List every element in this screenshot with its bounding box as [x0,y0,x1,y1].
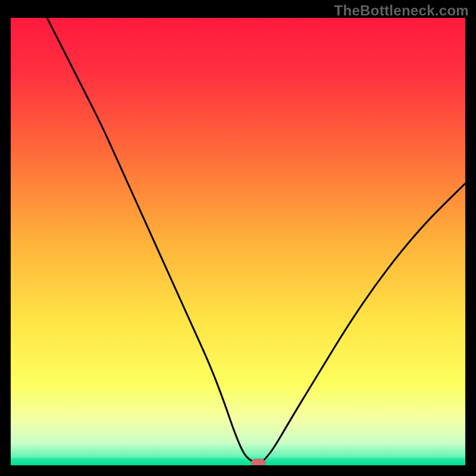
chart-frame: TheBottleneck.com [0,0,476,476]
plot-area [11,18,465,465]
optimal-point-marker [251,459,265,465]
bottleneck-curve-svg [11,18,465,465]
watermark-text: TheBottleneck.com [334,2,469,19]
bottleneck-curve [47,18,465,462]
